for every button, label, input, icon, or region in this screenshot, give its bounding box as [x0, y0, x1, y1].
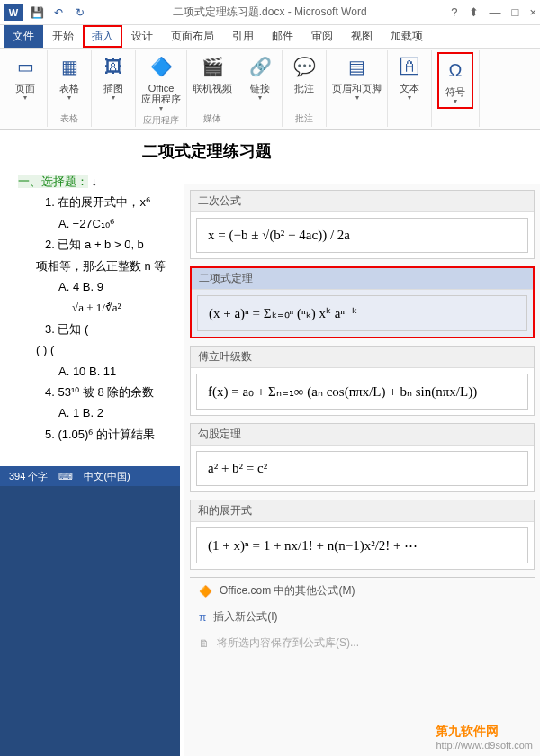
tables-button[interactable]: ▦ 表格 ▾ [53, 52, 86, 102]
chevron-down-icon: ▾ [68, 94, 71, 102]
chevron-down-icon: ▾ [23, 94, 27, 102]
picture-icon: 🖼 [99, 52, 128, 81]
tab-review[interactable]: 审阅 [302, 25, 342, 48]
window-title: 二项式定理练习题.docx - Microsoft Word [88, 4, 451, 20]
pi-icon: π [199, 611, 206, 624]
watermark: 第九软件网 http://www.d9soft.com [436, 724, 533, 751]
chevron-down-icon: ▾ [159, 104, 163, 112]
pages-icon: ▭ [11, 52, 40, 81]
text-button[interactable]: 🄰 文本 ▾ [393, 52, 426, 102]
tab-insert[interactable]: 插入 [83, 25, 122, 48]
video-icon: 🎬 [198, 52, 227, 81]
apps-icon: 🔷 [147, 52, 176, 81]
more-equations-office[interactable]: 🔶 Office.com 中的其他公式(M) [190, 578, 535, 604]
gallery-fourier[interactable]: 傅立叶级数 f(x) = a₀ + Σₙ₌₁∞ (aₙ cos(nπx/L) +… [190, 346, 535, 416]
minimize-icon[interactable]: — [490, 5, 501, 19]
tab-file[interactable]: 文件 [4, 25, 43, 48]
ribbon-options-icon[interactable]: ⬍ [469, 5, 479, 19]
chevron-down-icon: ▾ [258, 94, 262, 102]
word-app-icon: W [4, 4, 23, 21]
link-icon: 🔗 [246, 52, 274, 81]
header-footer-button[interactable]: ▤ 页眉和页脚 ▾ [332, 52, 382, 102]
document-title: 二项式定理练习题 [18, 140, 396, 162]
gallery-expansion[interactable]: 和的展开式 (1 + x)ⁿ = 1 + nx/1! + n(n−1)x²/2!… [190, 500, 535, 570]
chevron-down-icon: ▾ [112, 94, 115, 102]
gallery-pythagoras[interactable]: 勾股定理 a² + b² = c² [190, 423, 535, 492]
chevron-down-icon: ▾ [356, 94, 359, 102]
online-video-button[interactable]: 🎬 联机视频 [193, 52, 232, 94]
word-count[interactable]: 394 个字 [9, 470, 48, 483]
gallery-quadratic[interactable]: 二次公式 x = (−b ± √(b² − 4ac)) / 2a [190, 190, 535, 259]
gallery-binomial[interactable]: 二项式定理 (x + a)ⁿ = Σₖ₌₀ⁿ (ⁿₖ) xᵏ aⁿ⁻ᵏ [190, 266, 535, 338]
chevron-down-icon: ▾ [408, 94, 411, 102]
maximize-icon[interactable]: □ [512, 5, 519, 19]
tab-mailings[interactable]: 邮件 [263, 25, 302, 48]
comment-icon: 💬 [290, 52, 319, 81]
section-heading: 一、选择题： [18, 175, 88, 188]
close-icon[interactable]: × [529, 5, 536, 19]
language-status[interactable]: 中文(中国) [84, 470, 130, 483]
textbox-icon: 🄰 [395, 52, 424, 81]
omega-icon: Ω [441, 56, 470, 85]
tab-addins[interactable]: 加载项 [382, 25, 432, 48]
header-icon: ▤ [343, 52, 372, 81]
help-icon[interactable]: ? [451, 5, 457, 19]
save-to-gallery: 🗎 将所选内容保存到公式库(S)... [190, 630, 535, 656]
symbols-button[interactable]: Ω 符号 ▾ [437, 52, 473, 109]
redo-icon[interactable]: ↻ [72, 4, 88, 21]
background-panel [0, 486, 180, 756]
save-selection-icon: 🗎 [199, 637, 210, 650]
illustrations-button[interactable]: 🖼 插图 ▾ [97, 52, 130, 102]
tab-design[interactable]: 设计 [122, 25, 162, 48]
tab-layout[interactable]: 页面布局 [162, 25, 223, 48]
tab-home[interactable]: 开始 [43, 25, 83, 48]
chevron-down-icon: ▾ [454, 97, 457, 105]
insert-new-equation[interactable]: π 插入新公式(I) [190, 604, 535, 630]
links-button[interactable]: 🔗 链接 ▾ [244, 52, 276, 102]
save-icon[interactable]: 💾 [29, 4, 45, 21]
comments-button[interactable]: 💬 批注 [288, 52, 320, 94]
spell-check-icon[interactable]: ⌨ [58, 471, 73, 482]
table-icon: ▦ [55, 52, 84, 81]
office-icon: 🔶 [199, 585, 212, 598]
undo-icon[interactable]: ↶ [50, 4, 67, 21]
tab-view[interactable]: 视图 [342, 25, 382, 48]
tab-references[interactable]: 引用 [223, 25, 263, 48]
pages-button[interactable]: ▭ 页面 ▾ [9, 52, 41, 102]
office-apps-button[interactable]: 🔷 Office 应用程序 ▾ [141, 52, 181, 112]
